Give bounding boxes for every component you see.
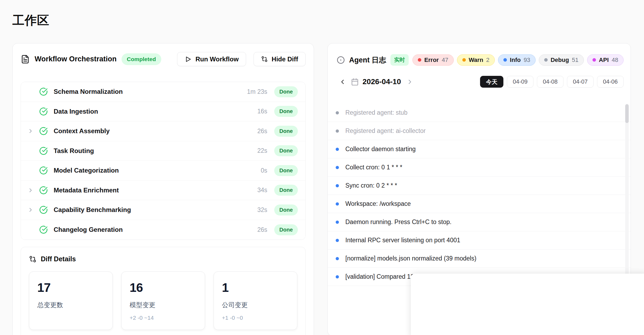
log-level-dot (336, 257, 339, 260)
log-row: Registered agent: ai-collector (328, 122, 631, 140)
step-label: Data Ingestion (54, 108, 257, 115)
log-row: Daemon running. Press Ctrl+C to stop. (328, 213, 631, 231)
diff-stats-row: 17 总变更数 16 模型变更 +2 -0 ~14 1 公司变更 +1 -0 ~… (29, 271, 297, 330)
next-day-button[interactable] (406, 78, 414, 85)
log-row: Sync cron: 0 2 * * * (328, 177, 631, 195)
check-circle-icon (39, 206, 48, 214)
stat-value: 17 (37, 280, 104, 295)
step-label: Capability Benchmarking (54, 206, 257, 214)
log-text: Internal RPC server listening on port 40… (345, 237, 460, 244)
log-level-dot (336, 184, 339, 187)
check-circle-icon (39, 186, 48, 195)
log-scrollbar-thumb[interactable] (625, 104, 629, 123)
step-row[interactable]: Metadata Enrichment 34s Done (21, 181, 305, 200)
warn-dot-icon (462, 58, 466, 62)
stat-card-company-changes: 1 公司变更 +1 -0 ~0 (214, 271, 297, 330)
log-row: Workspace: /workspace (328, 195, 631, 213)
day-chip-today[interactable]: 今天 (480, 76, 503, 88)
log-text: Collector daemon starting (345, 146, 416, 153)
file-text-icon (21, 55, 30, 64)
workflow-title: Workflow Orchestration (35, 55, 117, 63)
step-row[interactable]: Schema Normalization 1m 23s Done (21, 82, 305, 102)
play-icon (185, 56, 192, 63)
filter-pill-api[interactable]: API 48 (587, 54, 624, 66)
log-row: Collector daemon starting (328, 140, 631, 158)
diff-details-header: Diff Details (29, 255, 297, 263)
log-row: Collect cron: 0 1 * * * (328, 158, 631, 177)
hide-diff-button[interactable]: Hide Diff (254, 52, 306, 66)
check-circle-icon (39, 147, 48, 155)
stat-label: 模型变更 (130, 301, 197, 309)
step-status-badge: Done (274, 204, 298, 215)
log-list: Registered agent: stub Registered agent:… (328, 104, 631, 286)
log-level-dot (336, 129, 339, 133)
step-duration: 16s (257, 108, 267, 115)
step-duration: 26s (257, 128, 267, 135)
step-row[interactable]: Model Categorization 0s Done (21, 161, 305, 181)
stat-detail: +2 -0 ~14 (130, 315, 197, 321)
step-duration: 34s (257, 187, 267, 194)
stat-value: 1 (222, 280, 289, 295)
diff-details-title: Diff Details (41, 255, 76, 263)
step-label: Task Routing (54, 147, 257, 155)
run-workflow-label: Run Workflow (195, 55, 239, 63)
run-workflow-button[interactable]: Run Workflow (177, 52, 246, 66)
step-row[interactable]: Data Ingestion 16s Done (21, 102, 305, 122)
filter-pill-info[interactable]: Info 93 (498, 54, 536, 66)
day-chips: 今天 04-09 04-08 04-07 04-06 (480, 76, 624, 88)
log-level-dot (336, 166, 339, 169)
prev-day-button[interactable] (339, 78, 346, 85)
step-row[interactable]: Context Assembly 26s Done (21, 121, 305, 141)
step-label: Context Assembly (54, 127, 257, 135)
log-level-filters: Error 47 Warn 2 Info 93 Debug 51 (412, 54, 624, 66)
day-chip[interactable]: 04-08 (537, 76, 564, 88)
day-chip[interactable]: 04-06 (597, 76, 624, 88)
stat-card-model-changes: 16 模型变更 +2 -0 ~14 (121, 271, 205, 330)
step-status-badge: Done (274, 86, 298, 97)
step-row[interactable]: Task Routing 22s Done (21, 141, 305, 161)
day-chip[interactable]: 04-09 (507, 76, 533, 88)
step-status-badge: Done (274, 185, 298, 196)
step-label: Schema Normalization (54, 88, 247, 95)
log-level-dot (336, 239, 339, 242)
log-text: Registered agent: ai-collector (345, 127, 426, 135)
log-text: [normalize] models.json normalized (39 m… (345, 255, 476, 262)
date-navigation: 2026-04-10 今天 04-09 04-08 04-07 04-06 (328, 76, 631, 88)
workflow-card: Workflow Orchestration Completed Run Wor… (12, 43, 314, 335)
chevron-right-icon[interactable] (27, 207, 39, 213)
git-compare-icon (29, 255, 36, 263)
day-chip[interactable]: 04-07 (567, 76, 594, 88)
filter-pill-error[interactable]: Error 47 (412, 54, 453, 66)
log-text: Registered agent: stub (345, 109, 407, 116)
step-label: Changelog Generation (54, 226, 257, 233)
step-status-badge: Done (274, 224, 298, 235)
log-level-dot (336, 202, 339, 206)
filter-pill-warn[interactable]: Warn 2 (457, 54, 495, 66)
step-label: Metadata Enrichment (54, 187, 257, 194)
step-duration: 0s (261, 167, 267, 174)
step-row[interactable]: Changelog Generation 26s Done (21, 220, 305, 240)
chevron-right-icon[interactable] (27, 128, 39, 134)
chevron-right-icon[interactable] (27, 187, 39, 193)
calendar-icon (351, 78, 359, 86)
step-row[interactable]: Capability Benchmarking 32s Done (21, 200, 305, 220)
current-date: 2026-04-10 (363, 77, 401, 86)
log-text: Daemon running. Press Ctrl+C to stop. (345, 218, 452, 226)
stat-label: 总变更数 (37, 301, 104, 309)
stat-card-total-changes: 17 总变更数 (29, 271, 113, 330)
page-title: 工作区 (12, 12, 631, 28)
step-status-badge: Done (274, 145, 298, 156)
info-dot-icon (503, 58, 507, 62)
check-circle-icon (39, 87, 48, 96)
agent-logs-title: Agent 日志 (349, 55, 386, 65)
filter-pill-debug[interactable]: Debug 51 (539, 54, 584, 66)
log-row: [normalize] models.json normalized (39 m… (328, 250, 631, 268)
step-status-badge: Done (274, 165, 298, 176)
check-circle-icon (39, 225, 48, 234)
check-circle-icon (39, 127, 48, 135)
api-dot-icon (592, 58, 596, 62)
git-compare-icon (261, 56, 268, 62)
log-text: Sync cron: 0 2 * * * (345, 182, 397, 189)
log-row: Registered agent: stub (328, 104, 631, 122)
log-text: Workspace: /workspace (345, 200, 411, 207)
